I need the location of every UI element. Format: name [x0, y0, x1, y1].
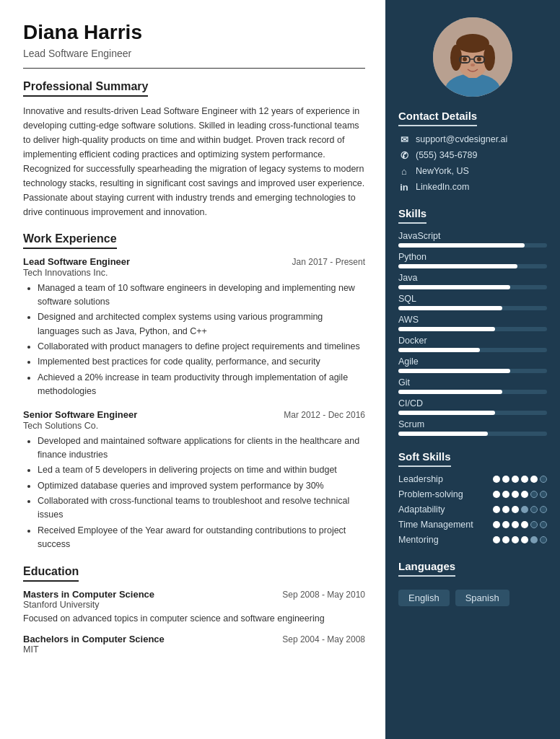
- skill-bar-bg: [398, 327, 547, 331]
- education-section: Education Masters in Computer Science Se…: [23, 565, 365, 655]
- soft-skill-row: Mentoring: [398, 535, 547, 545]
- skill-name: Java: [398, 273, 547, 283]
- skill-row: Python: [398, 252, 547, 268]
- edu-school: MIT: [23, 644, 365, 655]
- summary-section: Professional Summary Innovative and resu…: [23, 80, 365, 219]
- list-item: Designed and architected complex systems…: [38, 310, 365, 338]
- dot-empty: [540, 506, 547, 513]
- skill-bar-fill: [398, 369, 510, 373]
- list-item: Developed and maintained software applic…: [38, 434, 365, 463]
- skill-bar-bg: [398, 243, 547, 248]
- soft-skill-name: Adaptability: [398, 504, 493, 515]
- contact-title: Contact Details: [398, 110, 477, 126]
- dot-filled: [512, 536, 519, 543]
- svg-point-4: [456, 34, 489, 53]
- contact-section: Contact Details ✉support@cvdesigner.ai✆(…: [385, 110, 560, 207]
- list-item: Collaborated with product managers to de…: [38, 340, 365, 354]
- work-title: Work Experience: [23, 232, 117, 249]
- edu-dates: Sep 2008 - May 2010: [282, 590, 365, 600]
- skill-bar-bg: [398, 264, 547, 268]
- list-item: Achieved a 20% increase in team producti…: [38, 371, 365, 399]
- dot-filled: [493, 506, 500, 513]
- job-title-name: Senior Software Engineer: [23, 409, 137, 420]
- contact-icon: ✉: [398, 134, 410, 145]
- skill-row: CI/CD: [398, 398, 547, 415]
- dot-filled: [521, 536, 528, 543]
- skill-bar-fill: [398, 264, 517, 268]
- skill-row: Scrum: [398, 419, 547, 436]
- list-item: Optimized database queries and improved …: [38, 479, 365, 493]
- dot-empty: [540, 536, 547, 543]
- education-title: Education: [23, 565, 79, 582]
- contact-icon: in: [398, 181, 410, 193]
- dots-container: [493, 506, 547, 513]
- dot-empty: [540, 521, 547, 528]
- skill-row: Docker: [398, 336, 547, 352]
- skill-name: JavaScript: [398, 231, 547, 241]
- dot-empty: [530, 506, 538, 513]
- skill-bar-fill: [398, 327, 495, 331]
- dot-filled: [512, 476, 519, 483]
- dots-container: [493, 536, 547, 543]
- contact-text: LinkedIn.com: [416, 182, 469, 192]
- contact-item: ✆(555) 345-6789: [398, 149, 547, 161]
- contact-item: inLinkedIn.com: [398, 181, 547, 193]
- skill-name: Python: [398, 252, 547, 262]
- dot-filled: [493, 536, 500, 543]
- language-badge: English: [398, 590, 450, 606]
- avatar-area: [385, 0, 560, 110]
- soft-skill-row: Time Management: [398, 520, 547, 530]
- edu-degree: Masters in Computer Science: [23, 589, 154, 600]
- edu-container: Masters in Computer Science Sep 2008 - M…: [23, 589, 365, 655]
- edu-dates: Sep 2004 - May 2008: [282, 634, 365, 644]
- right-column: Contact Details ✉support@cvdesigner.ai✆(…: [385, 0, 560, 739]
- list-item: Received Employee of the Year award for …: [38, 524, 365, 552]
- skill-row: Git: [398, 377, 547, 394]
- skills-title: Skills: [398, 207, 426, 224]
- dot-half: [521, 506, 528, 513]
- skill-bar-bg: [398, 285, 547, 289]
- skill-bar-bg: [398, 432, 547, 436]
- job-company: Tech Solutions Co.: [23, 421, 365, 431]
- soft-skill-name: Problem-solving: [398, 489, 493, 499]
- skill-name: CI/CD: [398, 398, 547, 408]
- dot-filled: [502, 521, 509, 528]
- skill-name: Scrum: [398, 419, 547, 429]
- dots-container: [493, 521, 547, 528]
- list-item: Collaborated with cross-functional teams…: [38, 494, 365, 522]
- dots-container: [493, 476, 547, 483]
- job-block: Lead Software Engineer Jan 2017 - Presen…: [23, 256, 365, 399]
- languages-section: Languages EnglishSpanish: [385, 560, 560, 616]
- dot-filled: [502, 536, 509, 543]
- skill-row: SQL: [398, 294, 547, 310]
- skill-bar-bg: [398, 411, 547, 415]
- skill-name: Agile: [398, 357, 547, 367]
- svg-point-11: [477, 57, 481, 61]
- skill-bar-fill: [398, 243, 525, 248]
- contact-icon: ✆: [398, 149, 410, 161]
- skill-name: AWS: [398, 315, 547, 325]
- skill-name: Docker: [398, 336, 547, 346]
- list-item: Led a team of 5 developers in delivering…: [38, 463, 365, 477]
- skills-section: Skills JavaScript Python Java SQL AWS Do…: [385, 207, 560, 450]
- dot-filled: [493, 476, 500, 483]
- contact-text: NewYork, US: [416, 166, 469, 176]
- dot-filled: [502, 506, 509, 513]
- edu-degree: Bachelors in Computer Science: [23, 634, 165, 644]
- skill-bar-bg: [398, 306, 547, 310]
- soft-skills-section: Soft Skills LeadershipProblem-solvingAda…: [385, 450, 560, 560]
- job-dates: Jan 2017 - Present: [292, 257, 365, 267]
- job-bullets: Managed a team of 10 software engineers …: [38, 281, 365, 399]
- edu-school: Stanford University: [23, 600, 365, 610]
- soft-skill-name: Time Management: [398, 520, 493, 530]
- avatar: [433, 17, 512, 97]
- skill-bar-fill: [398, 348, 480, 352]
- dot-filled: [521, 521, 528, 528]
- list-item: Implemented best practices for code qual…: [38, 355, 365, 369]
- job-bullets: Developed and maintained software applic…: [38, 434, 365, 552]
- skill-bar-fill: [398, 390, 502, 394]
- contact-text: (555) 345-6789: [416, 150, 477, 160]
- dot-empty: [540, 476, 547, 483]
- contact-icon: ⌂: [398, 165, 410, 177]
- dot-filled: [493, 491, 500, 498]
